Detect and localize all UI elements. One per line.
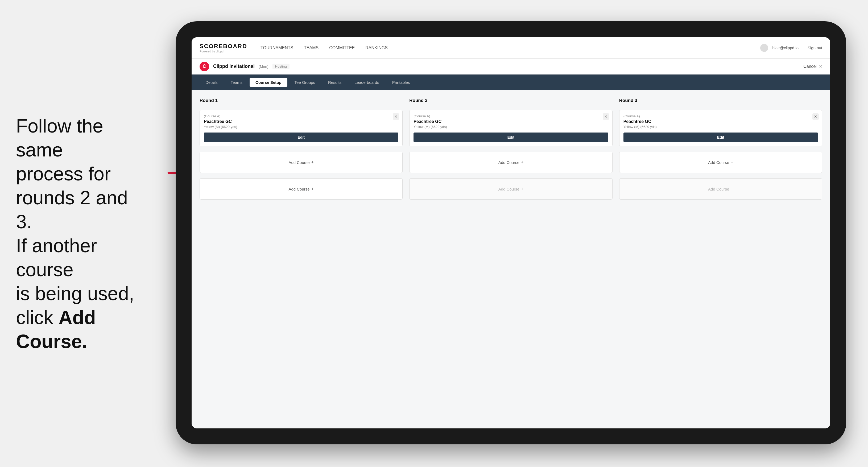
round-3-plus-icon-2: +: [731, 187, 733, 191]
round-1-course-name: Peachtree GC: [204, 119, 398, 124]
round-3-course-label: (Course A): [623, 114, 818, 118]
round-2-add-course-2: Add Course +: [409, 178, 612, 199]
round-2-course-card: ✕ (Course A) Peachtree GC Yellow (M) (66…: [409, 110, 612, 146]
round-3-plus-icon-1: +: [731, 160, 733, 165]
round-2-add-course-1[interactable]: Add Course +: [409, 152, 612, 173]
sign-out-link[interactable]: Sign out: [808, 45, 822, 50]
nav-teams[interactable]: TEAMS: [304, 44, 318, 52]
round-1-plus-icon-2: +: [311, 187, 314, 191]
tablet-device: SCOREBOARD Powered by clippd TOURNAMENTS…: [176, 21, 846, 444]
round-2-title: Round 2: [409, 98, 612, 103]
round-3-delete-icon[interactable]: ✕: [812, 113, 819, 120]
tab-tee-groups[interactable]: Tee Groups: [289, 78, 321, 87]
round-1-course-card: ✕ (Course A) Peachtree GC Yellow (M) (66…: [199, 110, 403, 146]
tab-course-setup[interactable]: Course Setup: [250, 78, 287, 87]
round-2-delete-icon[interactable]: ✕: [603, 113, 609, 120]
round-3-column: Round 3 ✕ (Course A) Peachtree GC Yellow…: [619, 98, 822, 199]
app-logo: SCOREBOARD: [199, 43, 247, 50]
round-3-course-tee: Yellow (M) (6629 yds): [623, 125, 818, 129]
round-3-edit-button[interactable]: Edit: [623, 132, 818, 142]
round-1-title: Round 1: [199, 98, 403, 103]
top-nav: SCOREBOARD Powered by clippd TOURNAMENTS…: [192, 37, 830, 59]
tab-leaderboards[interactable]: Leaderboards: [349, 78, 385, 87]
nav-committee[interactable]: COMMITTEE: [329, 44, 355, 52]
tab-results[interactable]: Results: [322, 78, 347, 87]
tab-teams[interactable]: Teams: [225, 78, 248, 87]
rounds-grid: Round 1 ✕ (Course A) Peachtree GC Yellow…: [199, 98, 822, 199]
round-1-add-course-1[interactable]: Add Course +: [199, 152, 403, 173]
round-3-add-course-2: Add Course +: [619, 178, 822, 199]
cancel-button[interactable]: Cancel: [803, 64, 817, 69]
round-1-add-course-label-2: Add Course: [288, 187, 309, 191]
round-1-delete-icon[interactable]: ✕: [393, 113, 399, 120]
hosting-badge: Hosting: [273, 64, 289, 69]
round-1-course-label: (Course A): [204, 114, 398, 118]
round-3-title: Round 3: [619, 98, 822, 103]
nav-right: blair@clippd.io | Sign out: [760, 44, 822, 52]
nav-tournaments[interactable]: TOURNAMENTS: [260, 44, 293, 52]
tablet-screen: SCOREBOARD Powered by clippd TOURNAMENTS…: [192, 37, 830, 428]
nav-rankings[interactable]: RANKINGS: [365, 44, 388, 52]
round-2-plus-icon-2: +: [521, 187, 523, 191]
tab-navigation: Details Teams Course Setup Tee Groups Re…: [192, 74, 830, 90]
round-3-add-course-label-2: Add Course: [708, 187, 729, 191]
round-2-plus-icon-1: +: [521, 160, 523, 165]
round-1-add-course-label-1: Add Course: [288, 160, 309, 165]
tournament-name: Clippd Invitational: [213, 64, 255, 69]
cancel-x-icon[interactable]: ✕: [819, 64, 822, 69]
round-2-course-name: Peachtree GC: [413, 119, 608, 124]
tab-printables[interactable]: Printables: [386, 78, 416, 87]
round-3-add-course-label-1: Add Course: [708, 160, 729, 165]
logo-area: SCOREBOARD Powered by clippd: [199, 43, 247, 53]
round-2-course-tee: Yellow (M) (6629 yds): [413, 125, 608, 129]
round-1-column: Round 1 ✕ (Course A) Peachtree GC Yellow…: [199, 98, 403, 199]
tab-details[interactable]: Details: [199, 78, 223, 87]
round-2-column: Round 2 ✕ (Course A) Peachtree GC Yellow…: [409, 98, 612, 199]
round-3-course-name: Peachtree GC: [623, 119, 818, 124]
round-1-add-course-2[interactable]: Add Course +: [199, 178, 403, 199]
clippd-logo-icon: C: [199, 62, 209, 71]
round-2-add-course-label-2: Add Course: [498, 187, 519, 191]
round-1-plus-icon-1: +: [311, 160, 314, 165]
round-2-edit-button[interactable]: Edit: [413, 132, 608, 142]
tournament-gender: (Men): [259, 64, 269, 69]
sub-header: C Clippd Invitational (Men) Hosting Canc…: [192, 59, 830, 74]
user-email: blair@clippd.io: [772, 45, 799, 50]
user-avatar: [760, 44, 768, 52]
round-1-course-tee: Yellow (M) (6629 yds): [204, 125, 398, 129]
instruction-text: Follow the same process for rounds 2 and…: [16, 114, 149, 353]
nav-links: TOURNAMENTS TEAMS COMMITTEE RANKINGS: [260, 44, 761, 52]
main-content: Round 1 ✕ (Course A) Peachtree GC Yellow…: [192, 90, 830, 428]
round-2-add-course-label-1: Add Course: [498, 160, 519, 165]
round-1-edit-button[interactable]: Edit: [204, 132, 398, 142]
round-3-add-course-1[interactable]: Add Course +: [619, 152, 822, 173]
powered-by: Powered by clippd: [199, 50, 247, 53]
round-3-course-card: ✕ (Course A) Peachtree GC Yellow (M) (66…: [619, 110, 822, 146]
sub-header-left: C Clippd Invitational (Men) Hosting: [199, 62, 803, 71]
round-2-course-label: (Course A): [413, 114, 608, 118]
instruction-panel: Follow the same process for rounds 2 and…: [0, 0, 165, 467]
